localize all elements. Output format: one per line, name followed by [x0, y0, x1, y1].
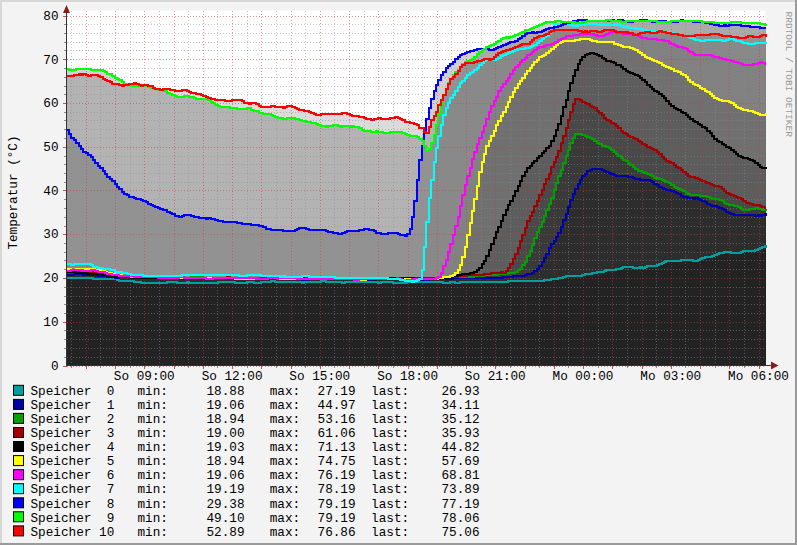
svg-text:RRDTOOL / TOBI OETIKER: RRDTOOL / TOBI OETIKER: [783, 12, 794, 138]
svg-text:44.82: 44.82: [441, 440, 479, 455]
svg-text:18.88: 18.88: [206, 384, 244, 399]
svg-text:last:: last:: [371, 384, 409, 399]
svg-text:min:: min:: [138, 426, 168, 441]
svg-text:78.06: 78.06: [441, 511, 479, 526]
svg-text:Temperatur (°C): Temperatur (°C): [6, 135, 21, 249]
svg-text:last:: last:: [371, 440, 409, 455]
svg-text:Speicher 8: Speicher 8: [31, 497, 115, 512]
svg-text:min:: min:: [138, 482, 168, 497]
svg-text:max:: max:: [270, 525, 300, 540]
svg-text:20: 20: [43, 271, 58, 286]
svg-text:max:: max:: [270, 398, 300, 413]
svg-text:35.12: 35.12: [441, 412, 479, 427]
svg-text:60: 60: [43, 96, 58, 111]
svg-text:68.81: 68.81: [441, 468, 479, 483]
svg-text:Speicher 9: Speicher 9: [31, 511, 115, 526]
svg-text:Speicher 2: Speicher 2: [31, 412, 115, 427]
svg-text:19.00: 19.00: [206, 426, 244, 441]
svg-text:max:: max:: [270, 412, 300, 427]
svg-text:max:: max:: [270, 384, 300, 399]
svg-text:So 15:00: So 15:00: [289, 369, 350, 384]
svg-text:35.93: 35.93: [441, 426, 479, 441]
svg-text:26.93: 26.93: [441, 384, 479, 399]
svg-text:min:: min:: [138, 511, 168, 526]
svg-text:29.38: 29.38: [206, 497, 244, 512]
svg-text:min:: min:: [138, 525, 168, 540]
svg-text:0: 0: [51, 359, 59, 374]
svg-text:34.11: 34.11: [441, 398, 479, 413]
svg-text:So 09:00: So 09:00: [114, 369, 175, 384]
svg-text:19.06: 19.06: [206, 468, 244, 483]
svg-text:Speicher 1: Speicher 1: [31, 398, 115, 413]
svg-text:min:: min:: [138, 398, 168, 413]
svg-text:last:: last:: [371, 412, 409, 427]
svg-text:76.86: 76.86: [318, 525, 356, 540]
svg-text:61.06: 61.06: [318, 426, 356, 441]
svg-text:Speicher 7: Speicher 7: [31, 482, 115, 497]
svg-text:49.10: 49.10: [206, 511, 244, 526]
svg-text:last:: last:: [371, 525, 409, 540]
svg-text:77.19: 77.19: [441, 497, 479, 512]
svg-text:18.94: 18.94: [206, 412, 244, 427]
svg-text:Speicher 10: Speicher 10: [31, 525, 115, 540]
svg-text:last:: last:: [371, 468, 409, 483]
svg-text:19.19: 19.19: [206, 482, 244, 497]
svg-text:30: 30: [43, 227, 58, 242]
svg-text:max:: max:: [270, 454, 300, 469]
svg-text:70: 70: [43, 53, 58, 68]
svg-text:40: 40: [43, 184, 58, 199]
svg-text:last:: last:: [371, 398, 409, 413]
svg-text:Speicher 5: Speicher 5: [31, 454, 115, 469]
svg-text:50: 50: [43, 140, 58, 155]
svg-text:max:: max:: [270, 497, 300, 512]
svg-text:max:: max:: [270, 468, 300, 483]
svg-text:52.89: 52.89: [206, 525, 244, 540]
svg-text:last:: last:: [371, 497, 409, 512]
svg-text:last:: last:: [371, 426, 409, 441]
svg-text:min:: min:: [138, 468, 168, 483]
svg-text:max:: max:: [270, 426, 300, 441]
svg-text:44.97: 44.97: [318, 398, 356, 413]
svg-text:Speicher 0: Speicher 0: [31, 384, 115, 399]
svg-text:Mo 00:00: Mo 00:00: [553, 369, 614, 384]
svg-text:78.19: 78.19: [318, 482, 356, 497]
svg-text:max:: max:: [270, 482, 300, 497]
svg-text:So 12:00: So 12:00: [202, 369, 263, 384]
svg-text:last:: last:: [371, 454, 409, 469]
svg-text:min:: min:: [138, 497, 168, 512]
svg-text:Mo 06:00: Mo 06:00: [728, 369, 789, 384]
svg-text:Mo 03:00: Mo 03:00: [640, 369, 701, 384]
svg-text:73.89: 73.89: [441, 482, 479, 497]
svg-text:53.16: 53.16: [318, 412, 356, 427]
svg-text:Speicher 3: Speicher 3: [31, 426, 115, 441]
svg-text:last:: last:: [371, 511, 409, 526]
svg-text:min:: min:: [138, 440, 168, 455]
svg-text:76.19: 76.19: [318, 468, 356, 483]
svg-text:19.03: 19.03: [206, 440, 244, 455]
svg-text:79.19: 79.19: [318, 511, 356, 526]
svg-text:So 18:00: So 18:00: [377, 369, 438, 384]
svg-text:Speicher 6: Speicher 6: [31, 468, 115, 483]
svg-text:min:: min:: [138, 384, 168, 399]
svg-text:75.06: 75.06: [441, 525, 479, 540]
svg-text:79.19: 79.19: [318, 497, 356, 512]
svg-text:80: 80: [43, 9, 58, 24]
svg-text:10: 10: [43, 315, 58, 330]
svg-text:max:: max:: [270, 511, 300, 526]
svg-text:57.69: 57.69: [441, 454, 479, 469]
svg-text:max:: max:: [270, 440, 300, 455]
svg-text:min:: min:: [138, 412, 168, 427]
svg-text:71.13: 71.13: [318, 440, 356, 455]
svg-text:19.06: 19.06: [206, 398, 244, 413]
svg-text:18.94: 18.94: [206, 454, 244, 469]
svg-text:min:: min:: [138, 454, 168, 469]
svg-text:last:: last:: [371, 482, 409, 497]
svg-text:74.75: 74.75: [318, 454, 356, 469]
svg-text:27.19: 27.19: [318, 384, 356, 399]
svg-text:So 21:00: So 21:00: [465, 369, 526, 384]
svg-text:Speicher 4: Speicher 4: [31, 440, 115, 455]
